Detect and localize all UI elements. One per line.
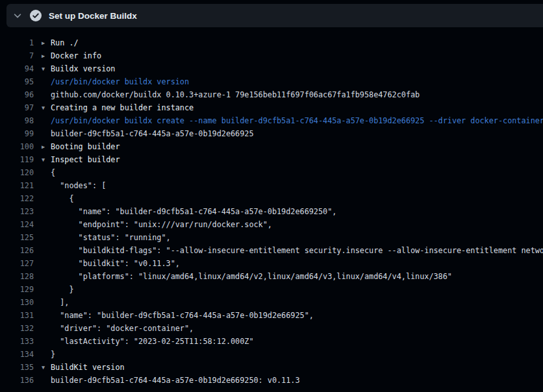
log-line: 132 "driver": "docker-container", [0,322,543,335]
log-line-text: github.com/docker/buildx 0.10.3+azure-1 … [51,88,420,101]
log-line-number[interactable]: 127 [0,257,34,270]
group-toggle-icon[interactable]: ▼ [42,153,51,166]
log-line-text: } [51,348,55,361]
log-line[interactable]: 1 ▶ Run ./ [0,36,543,49]
step-title: Set up Docker Buildx [49,11,137,21]
log-line-number[interactable]: 125 [0,231,34,244]
log-line-number[interactable]: 128 [0,270,34,283]
log-line[interactable]: 94 ▼ Buildx version [0,62,543,75]
log-line: 133 "lastActivity": "2023-02-25T11:58:12… [0,335,543,348]
log-line-number[interactable]: 119 [0,153,34,166]
log-line-number[interactable]: 129 [0,283,34,296]
log-line-text: /usr/bin/docker buildx version [51,75,189,88]
log-line-text: Inspect builder [51,153,120,166]
log-line-number[interactable]: 1 [0,36,34,49]
log-line: 134 } [0,348,543,361]
chevron-down-icon[interactable] [12,10,23,21]
log-line-number[interactable]: 121 [0,179,34,192]
log-line-text: builder-d9cfb5a1-c764-445a-a57e-0b19d2e6… [51,127,254,140]
log-line-text: "endpoint": "unix:///var/run/docker.sock… [51,218,272,231]
log-line-number[interactable]: 95 [0,75,34,88]
log-line-number[interactable]: 133 [0,335,34,348]
group-toggle-icon[interactable]: ▼ [42,62,51,75]
log-line-number[interactable]: 130 [0,296,34,309]
log-line-number[interactable]: 123 [0,205,34,218]
log-line-number[interactable]: 132 [0,322,34,335]
log-line: 136 builder-d9cfb5a1-c764-445a-a57e-0b19… [0,374,543,387]
log-line-text: builder-d9cfb5a1-c764-445a-a57e-0b19d2e6… [51,374,300,387]
log-line[interactable]: 7 ▶ Docker info [0,49,543,62]
log-line-text: "status": "running", [51,231,171,244]
group-toggle-icon[interactable]: ▶ [42,140,51,153]
log-line-text: Creating a new builder instance [51,101,194,114]
log-line: 99 builder-d9cfb5a1-c764-445a-a57e-0b19d… [0,127,543,140]
log-line: 131 "name": "builder-d9cfb5a1-c764-445a-… [0,309,543,322]
log-line-number[interactable]: 135 [0,361,34,374]
log-line-number[interactable]: 96 [0,88,34,101]
log-line-text: "name": "builder-d9cfb5a1-c764-445a-a57e… [51,205,336,218]
log-line: 95 /usr/bin/docker buildx version [0,75,543,88]
log-line[interactable]: 135 ▼ BuildKit version [0,361,543,374]
log-line: 126 "buildkitd-flags": "--allow-insecure… [0,244,543,257]
log-line-number[interactable]: 7 [0,49,34,62]
check-circle-icon [30,10,42,21]
log-line: 130 ], [0,296,543,309]
log-line-text: Run ./ [51,36,79,49]
log-line-text: "driver": "docker-container", [51,322,194,335]
log-line: 121 "nodes": [ [0,179,543,192]
log-line-number[interactable]: 99 [0,127,34,140]
log-line-text: "name": "builder-d9cfb5a1-c764-445a-a57e… [51,309,314,322]
log-line-number[interactable]: 124 [0,218,34,231]
log-line-number[interactable]: 98 [0,114,34,127]
log-line-text: Booting builder [51,140,120,153]
log-line-number[interactable]: 134 [0,348,34,361]
log-line-number[interactable]: 100 [0,140,34,153]
log-line-number[interactable]: 122 [0,192,34,205]
log-area: 1 ▶ Run ./ 7 ▶ Docker info 94 ▼ Buildx v… [0,27,543,387]
group-toggle-icon[interactable]: ▶ [42,49,51,62]
log-line-text: "buildkit": "v0.11.3", [51,257,180,270]
log-line-text: { [51,166,55,179]
log-line-text: { [51,192,74,205]
log-line-text: BuildKit version [51,361,125,374]
log-line[interactable]: 97 ▼ Creating a new builder instance [0,101,543,114]
group-toggle-icon[interactable]: ▼ [42,361,51,374]
log-line-text: "buildkitd-flags": "--allow-insecure-ent… [51,244,543,257]
log-line-number[interactable]: 131 [0,309,34,322]
log-line: 128 "platforms": "linux/amd64,linux/amd6… [0,270,543,283]
log-line-number[interactable]: 97 [0,101,34,114]
log-line-text: /usr/bin/docker buildx create --name bui… [51,114,543,127]
log-line: 124 "endpoint": "unix:///var/run/docker.… [0,218,543,231]
group-toggle-icon[interactable]: ▼ [42,101,51,114]
log-line-text: "platforms": "linux/amd64,linux/amd64/v2… [51,270,452,283]
step-header[interactable]: Set up Docker Buildx [6,4,543,27]
log-line: 120 { [0,166,543,179]
log-line-number[interactable]: 136 [0,374,34,387]
log-line: 127 "buildkit": "v0.11.3", [0,257,543,270]
log-line: 123 "name": "builder-d9cfb5a1-c764-445a-… [0,205,543,218]
log-line: 122 { [0,192,543,205]
log-line: 96 github.com/docker/buildx 0.10.3+azure… [0,88,543,101]
log-line-number[interactable]: 120 [0,166,34,179]
log-line-text: "nodes": [ [51,179,106,192]
log-line-text: } [51,283,74,296]
log-line[interactable]: 119 ▼ Inspect builder [0,153,543,166]
log-line-number[interactable]: 126 [0,244,34,257]
log-line-text: Buildx version [51,62,115,75]
log-line: 125 "status": "running", [0,231,543,244]
log-line-text: ], [51,296,69,309]
log-line: 98 /usr/bin/docker buildx create --name … [0,114,543,127]
log-line[interactable]: 100 ▶ Booting builder [0,140,543,153]
group-toggle-icon[interactable]: ▶ [42,36,51,49]
log-line-text: Docker info [51,49,101,62]
log-line-text: "lastActivity": "2023-02-25T11:58:12.000… [51,335,254,348]
log-line: 129 } [0,283,543,296]
log-line-number[interactable]: 94 [0,62,34,75]
